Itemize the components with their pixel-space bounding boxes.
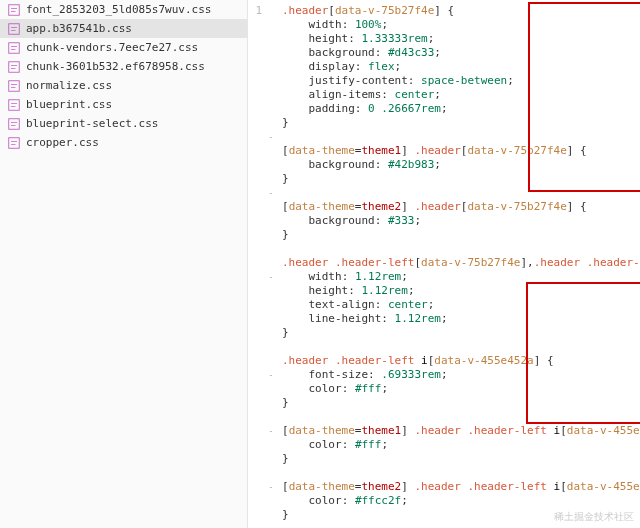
svg-rect-7 [9,137,20,148]
fold-marker[interactable]: - [266,368,276,382]
code-content: -------- .header[data-v-75b27f4e] { widt… [270,4,640,528]
code-line: .header .header-left[data-v-75b27f4e],.h… [270,256,640,270]
file-item[interactable]: chunk-vendors.7eec7e27.css [0,38,247,57]
file-name: normalize.css [26,79,112,92]
fold-marker[interactable]: - [266,480,276,494]
code-line: width: 1.12rem; [270,270,640,284]
code-line: } [270,116,640,130]
file-item[interactable]: cropper.css [0,133,247,152]
file-name: font_2853203_5ld085s7wuv.css [26,3,211,16]
css-file-icon [8,80,20,92]
code-line: } [270,228,640,242]
fold-marker [266,396,276,410]
file-name: app.b367541b.css [26,22,132,35]
file-item[interactable]: blueprint-select.css [0,114,247,133]
fold-marker[interactable]: - [266,424,276,438]
code-line: [data-theme=theme2] .header[data-v-75b27… [270,200,640,214]
css-file-icon [8,61,20,73]
fold-marker [266,256,276,270]
fold-marker [266,102,276,116]
code-line [270,186,640,200]
file-sidebar: font_2853203_5ld085s7wuv.cssapp.b367541b… [0,0,248,528]
fold-marker [266,88,276,102]
svg-rect-6 [9,118,20,129]
code-line: [data-theme=theme1] .header[data-v-75b27… [270,144,640,158]
watermark: 稀土掘金技术社区 [554,510,634,524]
fold-marker [266,284,276,298]
css-file-icon [8,42,20,54]
code-line: color: #fff; [270,438,640,452]
code-line [270,466,640,480]
css-file-icon [8,4,20,16]
code-line: color: #fff; [270,382,640,396]
code-line [270,410,640,424]
code-line: text-align: center; [270,298,640,312]
fold-marker[interactable]: - [266,270,276,284]
svg-rect-1 [9,23,20,34]
fold-column: -------- [266,4,276,528]
css-file-icon [8,137,20,149]
code-line: .header[data-v-75b27f4e] { [270,4,640,18]
file-item[interactable]: font_2853203_5ld085s7wuv.css [0,0,247,19]
svg-rect-2 [9,42,20,53]
code-line: } [270,172,640,186]
code-line: height: 1.33333rem; [270,32,640,46]
fold-marker [266,354,276,368]
code-line: } [270,452,640,466]
fold-marker [266,60,276,74]
file-name: chunk-vendors.7eec7e27.css [26,41,198,54]
code-line: background: #333; [270,214,640,228]
fold-marker [266,452,276,466]
fold-marker [266,242,276,256]
fold-marker [266,494,276,508]
fold-marker [266,298,276,312]
fold-marker [266,382,276,396]
svg-rect-5 [9,99,20,110]
file-name: blueprint.css [26,98,112,111]
fold-marker [266,200,276,214]
code-line: width: 100%; [270,18,640,32]
code-line: align-items: center; [270,88,640,102]
fold-marker [266,18,276,32]
code-line: } [270,326,640,340]
file-item[interactable]: app.b367541b.css [0,19,247,38]
code-line: height: 1.12rem; [270,284,640,298]
code-line: background: #d43c33; [270,46,640,60]
code-line: background: #42b983; [270,158,640,172]
code-line: display: flex; [270,60,640,74]
code-line: } [270,396,640,410]
fold-marker [266,144,276,158]
svg-rect-4 [9,80,20,91]
code-editor[interactable]: 1 -------- .header[data-v-75b27f4e] { wi… [248,0,640,528]
fold-marker [266,466,276,480]
svg-rect-3 [9,61,20,72]
code-line: line-height: 1.12rem; [270,312,640,326]
css-file-icon [8,99,20,111]
fold-marker [266,74,276,88]
code-line: color: #ffcc2f; [270,494,640,508]
fold-marker[interactable]: - [266,186,276,200]
fold-marker [266,46,276,60]
fold-marker [266,312,276,326]
file-name: chunk-3601b532.ef678958.css [26,60,205,73]
fold-marker [266,32,276,46]
css-file-icon [8,118,20,130]
code-line: justify-content: space-between; [270,74,640,88]
file-item[interactable]: chunk-3601b532.ef678958.css [0,57,247,76]
fold-marker [266,508,276,522]
code-line [270,130,640,144]
css-file-icon [8,23,20,35]
fold-marker [266,340,276,354]
fold-marker [266,228,276,242]
fold-marker[interactable]: - [266,130,276,144]
file-name: blueprint-select.css [26,117,158,130]
line-gutter: 1 [248,4,266,18]
code-line: [data-theme=theme1] .header .header-left… [270,424,640,438]
file-item[interactable]: normalize.css [0,76,247,95]
file-item[interactable]: blueprint.css [0,95,247,114]
code-line: font-size: .69333rem; [270,368,640,382]
fold-marker [266,438,276,452]
code-line [270,340,640,354]
code-line: [data-theme=theme2] .header .header-left… [270,480,640,494]
code-line: .header .header-left i[data-v-455e452a] … [270,354,640,368]
